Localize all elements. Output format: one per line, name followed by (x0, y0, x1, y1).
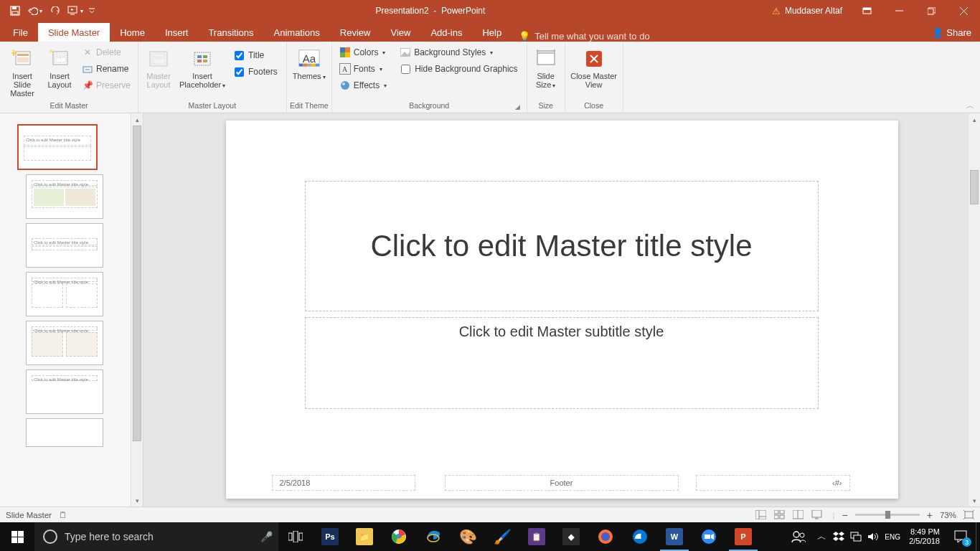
action-center-icon[interactable]: 3 (946, 522, 976, 551)
insert-layout-button[interactable]: Insert Layout (43, 44, 76, 92)
close-master-view-button[interactable]: Close Master View (568, 44, 620, 92)
taskbar-app[interactable] (588, 522, 623, 551)
footer-placeholder[interactable]: Footer (445, 475, 679, 491)
account-button[interactable]: ⚠Muddaser Altaf (763, 0, 851, 22)
group-label: Background◢ (335, 101, 524, 113)
date-placeholder[interactable]: 2/5/2018 (272, 475, 415, 491)
taskbar-clock[interactable]: 8:49 PM2/5/2018 (903, 527, 946, 546)
tab-home[interactable]: Home (110, 23, 155, 42)
taskbar-app[interactable]: Ps (313, 522, 347, 551)
tray-overflow-icon[interactable]: ︿ (813, 522, 830, 551)
people-icon[interactable] (784, 522, 813, 551)
reading-view-icon[interactable] (790, 509, 807, 522)
tab-help[interactable]: Help (472, 23, 512, 42)
insert-placeholder-button[interactable]: Insert Placeholder▾ (177, 44, 227, 92)
scroll-up-icon[interactable]: ▴ (131, 113, 143, 126)
show-desktop-button[interactable] (976, 522, 980, 551)
normal-view-icon[interactable] (753, 509, 770, 522)
scroll-up-icon[interactable]: ▴ (969, 113, 980, 126)
title-placeholder[interactable]: Click to edit Master title style (305, 181, 819, 311)
scroll-down-icon[interactable]: ▾ (131, 494, 143, 507)
taskbar-app[interactable]: 🖌️ (485, 522, 519, 551)
scroll-down-icon[interactable]: ▾ (969, 494, 980, 507)
taskbar-app[interactable] (623, 522, 657, 551)
footers-checkbox[interactable]: Footers (229, 64, 283, 80)
minimize-button[interactable] (883, 0, 915, 22)
slide-number-placeholder[interactable]: ‹#› (696, 475, 850, 491)
tab-file[interactable]: File (3, 23, 38, 42)
editor-scrollbar[interactable]: ▴ ▾ (968, 113, 980, 507)
taskbar-app[interactable]: 📁 (347, 522, 382, 551)
thumbnail-scrollbar[interactable]: ▴ ▾ (131, 113, 143, 507)
taskbar-app[interactable] (382, 522, 416, 551)
redo-icon[interactable] (46, 2, 65, 19)
layout-thumbnail[interactable]: Click to edit Master title style (26, 223, 103, 268)
share-button[interactable]: 👤Share (923, 23, 980, 42)
layout-thumbnail[interactable]: Click to edit Master title style (26, 369, 103, 414)
svg-point-19 (50, 50, 52, 52)
volume-icon[interactable] (864, 522, 882, 551)
subtitle-placeholder[interactable]: Click to edit Master subtitle style (305, 317, 819, 409)
dropbox-icon[interactable] (830, 522, 847, 551)
slide-canvas[interactable]: Click to edit Master title style Click t… (226, 121, 898, 499)
taskbar-app[interactable] (692, 522, 726, 551)
group-label: Master Layout (141, 101, 283, 113)
tab-insert[interactable]: Insert (155, 23, 199, 42)
slideshow-icon[interactable] (809, 509, 826, 522)
zoom-in-icon[interactable]: + (927, 509, 933, 521)
tab-animations[interactable]: Animations (264, 23, 330, 42)
layout-thumbnail[interactable]: Click to edit Master title style (26, 321, 103, 365)
input-indicator[interactable]: ENG (882, 522, 903, 551)
save-icon[interactable] (6, 2, 24, 19)
tab-slide-master[interactable]: Slide Master (38, 23, 110, 42)
close-button[interactable] (948, 0, 980, 22)
start-button[interactable] (0, 522, 34, 551)
taskbar-app[interactable]: 📋 (519, 522, 554, 551)
rename-button[interactable]: Rename (77, 61, 135, 77)
scroll-handle[interactable] (970, 170, 979, 204)
zoom-out-icon[interactable]: − (842, 509, 848, 521)
tab-view[interactable]: View (380, 23, 420, 42)
undo-icon[interactable]: ▾ (26, 2, 44, 19)
scroll-handle[interactable] (133, 126, 141, 441)
effects-button[interactable]: Effects▾ (335, 77, 391, 93)
start-from-beginning-icon[interactable]: ▾ (66, 2, 85, 19)
taskbar-app[interactable]: W (657, 522, 692, 551)
background-styles-button[interactable]: Background Styles▾ (395, 44, 523, 60)
zoom-level[interactable]: 73% (940, 511, 956, 519)
collapse-ribbon-icon[interactable]: ︿ (964, 100, 976, 111)
task-view-icon[interactable] (278, 522, 313, 551)
tell-me-search[interactable]: 💡Tell me what you want to do (512, 31, 656, 42)
taskbar-search[interactable]: Type here to search 🎤 (34, 522, 278, 551)
taskbar-app[interactable]: 🎨 (451, 522, 485, 551)
network-icon[interactable] (847, 522, 864, 551)
tab-transitions[interactable]: Transitions (198, 23, 263, 42)
layout-thumbnail[interactable]: Click to edit Master title style (26, 272, 103, 316)
themes-button[interactable]: Aa Themes▾ (290, 44, 329, 83)
taskbar-app-powerpoint[interactable]: P (726, 522, 760, 551)
microphone-icon[interactable]: 🎤 (260, 531, 273, 542)
tab-review[interactable]: Review (330, 23, 381, 42)
taskbar-app[interactable] (416, 522, 451, 551)
dialog-launcher-icon[interactable]: ◢ (514, 103, 522, 112)
maximize-button[interactable] (915, 0, 948, 22)
master-thumbnail[interactable]: Click to edit Master title style (17, 124, 98, 170)
lightbulb-icon: 💡 (519, 31, 530, 42)
slide-sorter-icon[interactable] (771, 509, 788, 522)
layout-thumbnail[interactable]: Click to edit Master title style (26, 174, 103, 219)
hide-background-graphics-checkbox[interactable]: Hide Background Graphics (395, 61, 523, 77)
notes-toggle-icon[interactable]: 🗒 (59, 511, 67, 519)
insert-slide-master-button[interactable]: Insert Slide Master (3, 44, 42, 100)
fit-to-window-icon[interactable] (963, 510, 974, 519)
title-checkbox[interactable]: Title (229, 47, 283, 63)
customize-qat-icon[interactable] (86, 2, 98, 19)
fonts-button[interactable]: AFonts▾ (335, 61, 391, 77)
slide-size-button[interactable]: Slide Size▾ (530, 44, 562, 92)
taskbar-app[interactable]: ◆ (554, 522, 588, 551)
zoom-slider[interactable] (855, 514, 920, 516)
colors-button[interactable]: Colors▾ (335, 44, 391, 60)
tab-addins[interactable]: Add-ins (420, 23, 472, 42)
layout-thumbnail[interactable] (26, 418, 103, 447)
ribbon-display-options-icon[interactable] (851, 0, 883, 22)
warning-icon: ⚠ (772, 6, 781, 17)
